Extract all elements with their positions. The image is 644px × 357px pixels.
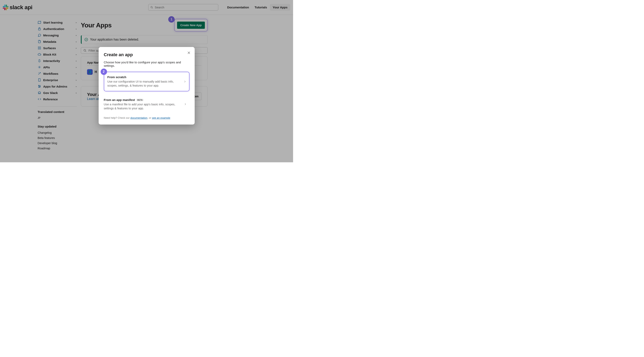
option-from-manifest[interactable]: From an app manifestBETA Use a manifest … — [104, 95, 190, 114]
chevron-right-icon — [184, 103, 187, 105]
modal-description: Choose how you'd like to configure your … — [104, 60, 190, 67]
close-icon[interactable] — [187, 51, 191, 54]
modal-title: Create an app — [104, 52, 190, 57]
option-desc: Use our configuration UI to manually add… — [108, 79, 180, 88]
option-from-scratch[interactable]: From scratch Use our configuration UI to… — [104, 72, 190, 91]
modal-overlay[interactable]: Create an app Choose how you'd like to c… — [0, 0, 293, 162]
option-title: From scratch — [108, 75, 180, 79]
beta-badge: BETA — [136, 99, 144, 101]
create-app-modal: Create an app Choose how you'd like to c… — [99, 47, 195, 124]
see-example-link[interactable]: see an example — [152, 116, 170, 119]
modal-help-text: Need help? Check our documentation, or s… — [104, 116, 190, 119]
option-desc: Use a manifest file to add your app's ba… — [104, 102, 181, 110]
option-title: From an app manifestBETA — [104, 98, 181, 101]
chevron-right-icon — [184, 80, 186, 83]
documentation-link[interactable]: documentation — [130, 116, 147, 119]
